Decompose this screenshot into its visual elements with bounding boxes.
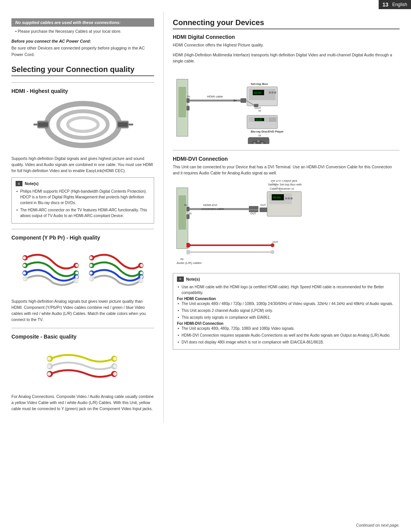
svg-rect-59 <box>241 98 246 103</box>
svg-point-14 <box>23 272 26 275</box>
right-notes-label: Note(s) <box>186 277 200 281</box>
svg-text:IN: IN <box>189 212 191 215</box>
page-footer: Continued on next page. <box>356 523 400 527</box>
svg-point-10 <box>23 256 26 259</box>
page-language: English <box>392 2 407 7</box>
svg-point-42 <box>47 357 51 361</box>
divider-3 <box>11 328 154 328</box>
note-item-1: Philips HDMI supports HDCP (High-bandwid… <box>16 189 150 206</box>
svg-point-120 <box>271 250 274 254</box>
component-title: Component (Y Pb Pr) - High quality <box>11 235 154 241</box>
hdmi-cable-svg <box>26 100 140 149</box>
svg-point-107 <box>290 197 293 200</box>
page-number: 13 <box>382 2 389 8</box>
svg-rect-90 <box>186 207 190 211</box>
notice-sub-text: Please purchase the Necessary Cables at … <box>11 29 154 34</box>
svg-point-46 <box>47 372 51 376</box>
svg-point-38 <box>140 275 143 278</box>
svg-text:OUT: OUT <box>260 204 266 206</box>
right-notes-box: Note(s) Use an HDMI cable with the HDMI … <box>173 273 400 350</box>
page-content: No supplied cables are used with these c… <box>0 0 411 423</box>
hdmi-dvi-diagram: IN HDMI-DVI conversion cable IN OUT 00:0… <box>173 180 400 268</box>
component-cable-image <box>11 244 154 294</box>
svg-text:Set-top Box: Set-top Box <box>251 82 268 86</box>
svg-text:or: or <box>258 109 261 112</box>
svg-text:the DVI Output jack: the DVI Output jack <box>271 180 298 182</box>
right-hdmi-note-1: The Unit accepts 480i / 480p / 720p / 10… <box>177 301 395 307</box>
notice-box: No supplied cables are used with these c… <box>11 18 154 27</box>
svg-text:IN: IN <box>187 95 190 98</box>
svg-point-48 <box>113 357 117 361</box>
right-note-item-1: Use an HDMI cable with the HDMI logo (a … <box>177 284 395 296</box>
svg-point-26 <box>89 256 92 259</box>
svg-rect-6 <box>118 122 128 127</box>
svg-point-117 <box>187 243 191 247</box>
svg-text:OUT: OUT <box>272 241 279 243</box>
right-section-title: Connecting your Devices <box>173 18 400 29</box>
hdmi-dvi-title: HDMI-DVI Connection <box>173 156 400 162</box>
before-connect-heading: Before you connect the AC Power Cord: <box>11 39 154 43</box>
right-hdmi-note-2: This Unit accepts 2 channel Audio signal… <box>177 308 395 313</box>
svg-text:HDMI cable: HDMI cable <box>207 95 223 98</box>
svg-point-20 <box>75 272 78 275</box>
svg-point-118 <box>187 250 191 254</box>
svg-point-119 <box>271 243 274 247</box>
before-connect-text: Be sure other Devices are connected prop… <box>11 45 154 58</box>
hdmi-digital-title: HDMI Digital Connection <box>173 34 400 40</box>
svg-text:OUT: OUT <box>250 212 256 215</box>
svg-point-2 <box>68 118 98 131</box>
svg-point-22 <box>75 275 78 278</box>
right-hdmi-dvi-note-1: The Unit accepts 480i, 480p, 720p, 1080i… <box>177 326 395 331</box>
divider-2 <box>11 229 154 229</box>
svg-point-40 <box>140 279 143 282</box>
right-hdmi-dvi-note-3: DVI does not display 480i image which is… <box>177 339 395 345</box>
svg-point-36 <box>140 272 143 275</box>
svg-text:or: or <box>258 134 261 137</box>
hdmi-dvi-body: This Unit can be connected to your Devic… <box>173 164 400 176</box>
composite-cable-image <box>11 343 154 389</box>
svg-point-16 <box>23 277 26 280</box>
left-section-title: Selecting your Connection quality <box>11 65 154 76</box>
hdmi-digital-diagram: IN HDMI cable 00:00 OUT <box>173 68 400 145</box>
svg-text:Audio (L/R) cables: Audio (L/R) cables <box>177 261 202 265</box>
svg-rect-108 <box>260 208 267 212</box>
svg-point-1 <box>58 111 108 138</box>
hdmi-digital-body2: HDMI (High-Definition Multimedia Interfa… <box>173 52 400 64</box>
svg-rect-91 <box>186 214 190 219</box>
svg-point-85 <box>257 140 260 142</box>
component-body: Supports high-definition Analog signals … <box>11 299 154 323</box>
svg-point-18 <box>75 264 78 267</box>
svg-rect-55 <box>186 98 190 103</box>
notes-icon <box>16 181 22 186</box>
svg-point-24 <box>75 279 78 282</box>
right-hdmi-note-3: This accepts only signals in compliance … <box>177 315 395 320</box>
svg-point-52 <box>113 372 117 376</box>
left-column: No supplied cables are used with these c… <box>0 11 164 423</box>
svg-point-30 <box>89 272 92 275</box>
svg-point-105 <box>285 197 287 200</box>
right-hdmi-dvi-note-2: HDMI-DVI Connection requires separate Au… <box>177 332 395 338</box>
svg-text:HDMI-DVI: HDMI-DVI <box>203 203 217 207</box>
svg-text:conversion cable: conversion cable <box>201 207 225 211</box>
right-notes-icon <box>177 276 184 282</box>
notes-header: Note(s) <box>16 181 150 186</box>
divider-right-1 <box>173 150 400 150</box>
svg-text:00:00: 00:00 <box>255 118 262 121</box>
hdmi-digital-body1: HDMI Connection offers the Highest Pictu… <box>173 42 400 48</box>
svg-text:00:00: 00:00 <box>254 91 262 94</box>
svg-point-34 <box>140 264 143 267</box>
svg-text:IN: IN <box>180 257 183 261</box>
svg-point-44 <box>47 364 51 368</box>
hdmi-highest-body: Supports high-definition Digital signals… <box>11 156 154 174</box>
composite-body: For Analog Connections. Composite Video … <box>11 394 154 412</box>
hdmi-notes-box: Note(s) Philips HDMI supports HDCP (High… <box>11 177 154 224</box>
composite-cable-svg <box>45 345 121 387</box>
svg-text:IN: IN <box>184 204 187 206</box>
svg-point-68 <box>274 91 276 94</box>
svg-rect-89 <box>178 195 186 230</box>
svg-text:00:00: 00:00 <box>273 196 281 199</box>
svg-point-32 <box>89 277 92 280</box>
svg-rect-56 <box>186 106 190 110</box>
right-column: Connecting your Devices HDMI Digital Con… <box>164 11 411 423</box>
svg-point-106 <box>288 197 290 200</box>
